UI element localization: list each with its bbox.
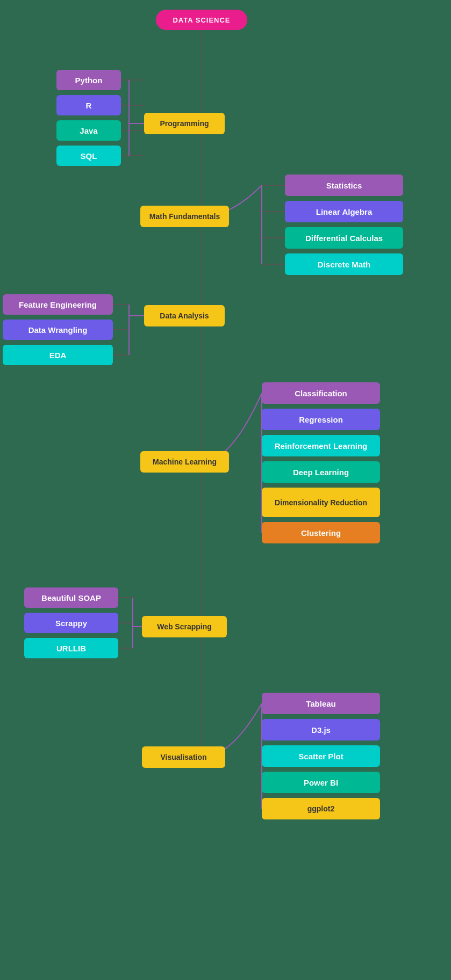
statistics-label: Statistics xyxy=(326,181,362,190)
eda-node: EDA xyxy=(3,345,113,365)
ggplot2-label: ggplot2 xyxy=(307,804,335,813)
root-label: DATA SCIENCE xyxy=(173,16,230,24)
math-label: Math Fundamentals xyxy=(149,212,220,221)
mind-map: DATA SCIENCE Programming Python R Java S… xyxy=(0,0,451,980)
deeplearning-label: Deep Learning xyxy=(293,468,349,477)
d3js-label: D3.js xyxy=(311,725,331,735)
statistics-node: Statistics xyxy=(285,175,403,196)
clustering-node: Clustering xyxy=(262,522,380,543)
d3js-node: D3.js xyxy=(262,719,380,741)
datawrangling-node: Data Wrangling xyxy=(3,320,113,340)
dimensionality-node: Dimensionality Reduction xyxy=(262,488,380,517)
java-node: Java xyxy=(56,120,121,141)
discretemath-label: Discrete Math xyxy=(318,260,370,269)
urllib-label: URLLIB xyxy=(56,644,86,653)
reinforcement-label: Reinforcement Learning xyxy=(275,441,368,451)
linearalgebra-label: Linear Algebra xyxy=(316,207,372,216)
sql-node: SQL xyxy=(56,146,121,166)
scatterplot-node: Scatter Plot xyxy=(262,745,380,767)
reinforcement-node: Reinforcement Learning xyxy=(262,435,380,456)
powerbi-node: Power BI xyxy=(262,772,380,793)
classification-node: Classification xyxy=(262,382,380,404)
webscrapping-node: Web Scrapping xyxy=(142,616,227,637)
featureeng-node: Feature Engineering xyxy=(3,294,113,315)
programming-label: Programming xyxy=(160,119,209,128)
beautifulsoap-label: Beautiful SOAP xyxy=(41,593,101,602)
beautifulsoap-node: Beautiful SOAP xyxy=(24,587,118,608)
diffcalc-label: Differential Calculas xyxy=(305,234,383,243)
dataanalysis-label: Data Analysis xyxy=(160,311,209,320)
dimensionality-label: Dimensionality Reduction xyxy=(275,498,367,507)
classification-label: Classification xyxy=(295,389,347,398)
urllib-node: URLLIB xyxy=(24,638,118,658)
scrappy-node: Scrappy xyxy=(24,613,118,633)
programming-node: Programming xyxy=(144,113,225,134)
scatterplot-label: Scatter Plot xyxy=(298,752,343,761)
tableau-label: Tableau xyxy=(306,699,336,708)
tableau-node: Tableau xyxy=(262,693,380,714)
clustering-label: Clustering xyxy=(301,528,341,538)
machinelearning-node: Machine Learning xyxy=(140,451,229,473)
scrappy-label: Scrappy xyxy=(55,619,87,628)
linearalgebra-node: Linear Algebra xyxy=(285,201,403,222)
visualisation-node: Visualisation xyxy=(142,746,225,768)
sql-label: SQL xyxy=(81,151,97,161)
diffcalc-node: Differential Calculas xyxy=(285,227,403,249)
regression-node: Regression xyxy=(262,409,380,430)
r-node: R xyxy=(56,95,121,115)
ggplot2-node: ggplot2 xyxy=(262,798,380,819)
datawrangling-label: Data Wrangling xyxy=(28,325,88,335)
deeplearning-node: Deep Learning xyxy=(262,461,380,483)
powerbi-label: Power BI xyxy=(304,778,338,787)
dataanalysis-node: Data Analysis xyxy=(144,305,225,326)
visualisation-label: Visualisation xyxy=(160,753,206,761)
root-node: DATA SCIENCE xyxy=(156,10,247,30)
discretemath-node: Discrete Math xyxy=(285,253,403,275)
python-label: Python xyxy=(75,76,103,85)
math-node: Math Fundamentals xyxy=(140,206,229,227)
regression-label: Regression xyxy=(299,415,343,424)
java-label: Java xyxy=(80,126,97,135)
featureeng-label: Feature Engineering xyxy=(19,300,97,309)
machinelearning-label: Machine Learning xyxy=(153,458,217,466)
eda-label: EDA xyxy=(49,351,67,360)
r-label: R xyxy=(86,101,92,110)
webscrapping-label: Web Scrapping xyxy=(157,622,212,631)
python-node: Python xyxy=(56,70,121,90)
